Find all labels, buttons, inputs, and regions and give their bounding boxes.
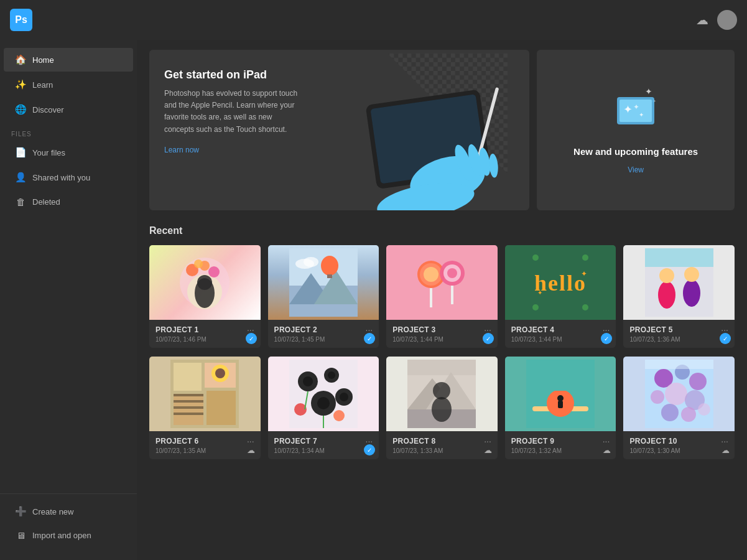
cloud-sync-icon[interactable]: ☁ [696,12,708,27]
sidebar-label-shared: Shared with you [32,173,90,182]
project-card-5[interactable]: ✓ PROJECT 5 ··· 10/07/23, 1:36 AM [623,245,735,348]
project-card-2[interactable]: ✓ PROJECT 2 ··· 10/07/23, 1:45 PM [268,245,379,348]
hero-side-view-link[interactable]: View [628,166,644,174]
svg-point-108 [681,407,696,422]
project-thumb-5 [623,245,735,320]
topbar-left: Ps [10,9,32,31]
project-name-7: PROJECT 7 [274,437,317,446]
home-icon: 🏠 [15,54,26,65]
main-layout: 🏠 Home ✨ Learn 🌐 Discover FILES 📄 Your f… [0,40,747,560]
project-card-6[interactable]: ☁ PROJECT 6 ··· 10/07/23, 1:35 AM [149,357,261,459]
project-thumb-3 [386,245,498,320]
sidebar: 🏠 Home ✨ Learn 🌐 Discover FILES 📄 Your f… [0,40,137,560]
project-name-2: PROJECT 2 [274,325,317,334]
sidebar-item-discover[interactable]: 🌐 Discover [4,98,133,121]
hero-learn-now-link[interactable]: Learn now [164,146,199,154]
svg-rect-99 [558,401,563,408]
import-icon: 🖥 [15,530,26,541]
sidebar-bottom: ➕ Create new 🖥 Import and open [0,493,137,553]
svg-point-91 [433,382,450,399]
ipad-illustration [355,50,530,210]
svg-point-76 [303,376,313,386]
svg-rect-97 [526,360,595,391]
project-info-2: PROJECT 2 ··· 10/07/23, 1:45 PM [268,320,379,348]
hero-desc: Photoshop has evolved to support touch a… [164,88,301,136]
project-name-8: PROJECT 8 [392,437,435,446]
sidebar-label-deleted: Deleted [32,197,60,207]
project-name-10: PROJECT 10 [629,437,677,446]
cloud-badge-8: ☁ [483,444,494,455]
project-card-1[interactable]: ✓ PROJECT 1 ··· 10/07/23, 1:46 PM [149,245,261,348]
svg-point-60 [683,279,700,307]
svg-point-51 [582,254,588,261]
project-date-1: 10/07/23, 1:46 PM [155,336,254,343]
svg-rect-64 [174,363,202,391]
sidebar-label-learn: Learn [32,80,53,90]
sidebar-item-create-new[interactable]: ➕ Create new [4,500,133,523]
svg-point-109 [698,403,710,416]
project-info-8: PROJECT 8 ··· 10/07/23, 1:33 AM [386,431,498,459]
project-info-1: PROJECT 1 ··· 10/07/23, 1:46 PM [149,320,261,348]
svg-point-73 [215,368,225,378]
svg-rect-67 [206,391,236,425]
svg-point-39 [304,257,318,267]
svg-point-80 [317,397,330,409]
svg-rect-62 [645,248,713,267]
svg-point-28 [208,266,220,278]
cloud-badge-9: ☁ [601,444,612,455]
project-name-3: PROJECT 3 [392,325,435,334]
project-date-2: 10/07/23, 1:45 PM [274,336,373,343]
sidebar-item-your-files[interactable]: 📄 Your files [4,141,133,164]
svg-point-78 [328,371,335,379]
hero-side-card: ✦ ✦ ✦ ✦ ✦ New and upcoming features View [537,50,735,210]
topbar: Ps ☁ [0,0,747,40]
sidebar-item-home[interactable]: 🏠 Home [4,48,133,72]
hero-side-icon: ✦ ✦ ✦ ✦ ✦ [611,86,661,138]
svg-rect-110 [645,360,713,369]
sidebar-label-import: Import and open [32,531,91,540]
sidebar-item-learn[interactable]: ✨ Learn [4,73,133,96]
project-info-10: PROJECT 10 ··· 10/07/23, 1:30 AM [623,431,735,459]
ps-logo: Ps [10,9,32,31]
sidebar-item-shared-with-you[interactable]: 👤 Shared with you [4,166,133,189]
project-card-4[interactable]: hello ✦ ✦ ✓ PROJECT 4 ··· 10/07/23, 1:44… [505,245,616,348]
svg-point-92 [432,397,452,422]
user-avatar[interactable] [717,10,737,30]
shared-icon: 👤 [15,172,26,183]
svg-point-43 [424,267,438,282]
svg-point-53 [582,304,588,310]
svg-rect-66 [174,394,203,425]
project-thumb-9 [505,357,616,431]
svg-point-29 [194,259,203,268]
project-thumb-2 [268,245,379,320]
sidebar-item-import-and-open[interactable]: 🖥 Import and open [4,524,133,547]
project-card-7[interactable]: ✓ PROJECT 7 ··· 10/07/23, 1:34 AM [268,357,379,459]
project-card-10[interactable]: ☁ PROJECT 10 ··· 10/07/23, 1:30 AM [623,357,735,459]
project-thumb-8 [386,357,498,431]
project-thumb-7 [268,357,379,431]
svg-rect-68 [174,394,203,396]
project-card-9[interactable]: ☁ PROJECT 9 ··· 10/07/23, 1:32 AM [505,357,616,459]
cloud-badge-10: ☁ [720,444,731,455]
project-name-6: PROJECT 6 [155,437,198,446]
sidebar-label-create-new: Create new [32,507,73,516]
svg-rect-71 [174,413,203,415]
project-thumb-4: hello ✦ ✦ [505,245,616,320]
learn-icon: ✨ [15,79,26,90]
project-card-8[interactable]: ☁ PROJECT 8 ··· 10/07/23, 1:33 AM [386,357,498,459]
svg-rect-70 [174,406,203,409]
project-name-9: PROJECT 9 [511,437,554,446]
sidebar-item-deleted[interactable]: 🗑 Deleted [4,190,133,213]
svg-point-31 [197,275,212,290]
svg-rect-93 [407,360,476,375]
svg-rect-37 [327,274,332,278]
hero-side-title: New and upcoming features [573,146,698,157]
svg-text:✦: ✦ [537,289,542,296]
sync-check-badge-1: ✓ [246,333,257,344]
svg-point-61 [684,267,699,282]
trash-icon: 🗑 [15,197,26,207]
project-date-7: 10/07/23, 1:34 AM [274,447,373,454]
project-card-3[interactable]: ✓ PROJECT 3 ··· 10/07/23, 1:44 PM [386,245,498,348]
svg-point-105 [665,383,687,405]
svg-text:✦: ✦ [645,86,652,96]
